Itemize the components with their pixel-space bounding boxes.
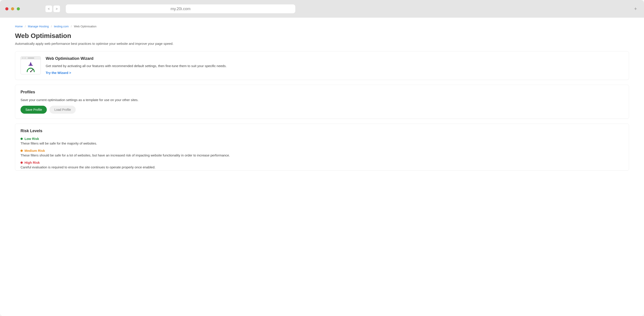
breadcrumb-link-domain[interactable]: testing.com [54,25,69,28]
page-subtitle: Automatically apply web performance best… [15,42,629,46]
wizard-description: Get started by activating all our featur… [46,64,624,68]
profiles-description: Save your current optimisation settings … [20,98,624,102]
risk-dot-icon [20,138,23,140]
new-tab-button[interactable]: + [632,5,639,12]
window-close-icon[interactable] [5,7,8,10]
gauge-icon [26,68,35,73]
risk-name: Low Risk [24,137,39,140]
url-text: my.20i.com [170,6,191,11]
wizard-hat-icon [28,62,34,67]
profiles-heading: Profiles [20,90,624,94]
risk-dot-icon [20,150,23,152]
wizard-illustration [20,56,41,74]
risk-name: High Risk [24,161,40,164]
risk-level-medium: Medium Risk These filters should be safe… [20,149,624,157]
url-bar[interactable]: my.20i.com [66,4,295,13]
risk-dot-icon [20,162,23,164]
breadcrumb-link-manage-hosting[interactable]: Manage Hosting [28,25,49,28]
risk-level-low: Low Risk These filters will be safe for … [20,137,624,145]
try-wizard-link[interactable]: Try the Wizard > [46,71,71,74]
save-profile-button[interactable]: Save Profile [20,106,47,114]
risk-description: These filters should be safe for a lot o… [20,153,624,157]
breadcrumb-separator: / [25,25,26,28]
risk-description: Careful evaluation is required to ensure… [20,165,624,169]
risk-levels-heading: Risk Levels [20,129,624,133]
wizard-title: Web Optimisation Wizard [46,56,624,61]
page-title: Web Optimisation [15,32,629,40]
risk-levels-card: Risk Levels Low Risk These filters will … [15,124,629,170]
window-minimize-icon[interactable] [11,7,14,10]
breadcrumb-separator: / [71,25,72,28]
risk-name: Medium Risk [24,149,45,152]
window-zoom-icon[interactable] [17,7,20,10]
back-button[interactable]: < [46,6,52,12]
risk-level-high: High Risk Careful evaluation is required… [20,161,624,169]
load-profile-button[interactable]: Load Profile [50,106,76,114]
nav-buttons: < > [46,6,60,12]
risk-description: These filters will be safe for the major… [20,142,624,145]
page-body: Home / Manage Hosting / testing.com / We… [0,18,644,316]
breadcrumb-separator: / [51,25,52,28]
browser-chrome: < > my.20i.com + [0,0,644,18]
wizard-card: Web Optimisation Wizard Get started by a… [15,51,629,80]
profiles-card: Profiles Save your current optimisation … [15,85,629,119]
window-controls [5,7,20,10]
svg-point-0 [28,65,33,66]
breadcrumb: Home / Manage Hosting / testing.com / We… [15,25,629,28]
breadcrumb-current: Web Optimisation [74,25,96,28]
breadcrumb-link-home[interactable]: Home [15,25,23,28]
forward-button[interactable]: > [54,6,60,12]
